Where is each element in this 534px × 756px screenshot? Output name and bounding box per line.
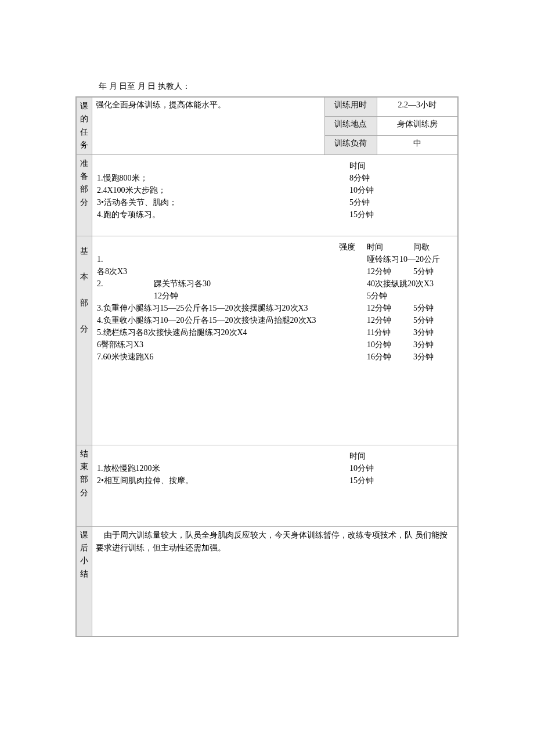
main-row-5: 4.负重收小腿练习10—20公斤各15—20次接快速咼抬腿20次X3: [96, 314, 367, 326]
prep-item-1-time: 10分钟: [338, 184, 454, 196]
prep-item-3-time: 15分钟: [338, 208, 454, 221]
summary-side-label: 课后小结: [76, 526, 92, 636]
prep-item-2-time: 5分钟: [338, 196, 454, 208]
end-time-header: 时间: [338, 450, 454, 462]
task-side-label: 课的任务: [76, 97, 92, 154]
end-section: 时间 1.放松慢跑1200米 10分钟 2•相互间肌肉拉伸、按摩。 15分钟: [92, 445, 459, 526]
main-row-6: 5.绕栏练习各8次接快速咼抬腿练习20次X4: [96, 326, 367, 339]
prep-item-2: 3•活动各关节、肌肉；: [96, 196, 338, 208]
main-row-4: 3.负重伸小腿练习15—25公斤各15—20次接摆腿练习20次X3: [96, 302, 367, 314]
summary-text: 由于周六训练量较大，队员全身肌肉反应较大，今天身体训练暂停，改练专项技术，队 员…: [92, 526, 459, 636]
training-plan-table: 课的任务 强化全面身体训练，提高体能水平。 训练用时 2.2—3小时 训练地点 …: [75, 96, 459, 637]
main-row-1: 各8次X3: [96, 265, 367, 278]
main-rest-header: 间歇: [413, 241, 454, 253]
main-intensity-header: 强度: [332, 241, 367, 253]
end-item-0: 1.放松慢跑1200米: [96, 462, 338, 474]
end-item-1: 2•相互间肌肉拉伸、按摩。: [96, 474, 338, 487]
prep-item-0: 1.慢跑800米；: [96, 172, 338, 184]
prep-item-3: 4.跑的专项练习。: [96, 208, 338, 221]
header-date-line: 年 月 日至 月 日 执教人：: [99, 81, 459, 92]
main-row-2: 2. 踝关节练习各30: [96, 278, 320, 290]
main-time-header: 时间: [367, 241, 413, 253]
end-item-0-time: 10分钟: [338, 462, 454, 474]
prep-section: 时间 1.慢跑800米； 8分钟 2.4X100米大步跑； 10分钟 3•活动各…: [92, 154, 459, 236]
prep-time-header: 时间: [338, 160, 454, 172]
main-row-8: 7.60米快速跑X6: [96, 351, 367, 363]
prep-side-label: 准备部分: [76, 154, 92, 236]
main-row-7: 6臀部练习X3: [96, 339, 367, 351]
main-row-3: 12分钟: [96, 290, 367, 302]
info-value-2: 中: [377, 135, 458, 154]
main-side-label: 基本部分: [76, 236, 92, 445]
end-side-label: 结束部分: [76, 445, 92, 526]
prep-item-1: 2.4X100米大步跑；: [96, 184, 338, 196]
info-label-0: 训练用时: [324, 97, 377, 116]
info-label-1: 训练地点: [324, 116, 377, 135]
info-value-1: 身体训练房: [377, 116, 458, 135]
main-section: 强度 时间 间歇 1.哑铃练习10—20公斤 各8次X312分钟5分钟 2. 踝…: [92, 236, 459, 445]
prep-item-0-time: 8分钟: [338, 172, 454, 184]
end-item-1-time: 15分钟: [338, 474, 454, 487]
task-content: 强化全面身体训练，提高体能水平。: [92, 97, 325, 154]
info-label-2: 训练负荷: [324, 135, 377, 154]
main-row-0: 1.: [96, 253, 320, 265]
info-value-0: 2.2—3小时: [377, 97, 458, 116]
